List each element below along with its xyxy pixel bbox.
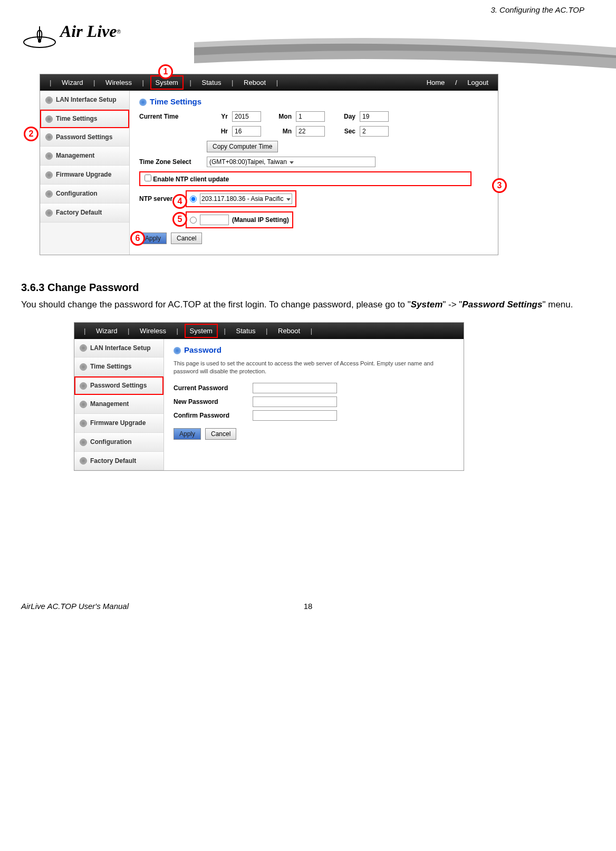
callout-2: 2 bbox=[24, 127, 38, 141]
content-title: Time Settings bbox=[139, 97, 488, 106]
sidebar-item-lan[interactable]: LAN Interface Setup bbox=[40, 91, 129, 110]
chevron-down-icon bbox=[290, 161, 294, 164]
input-hr[interactable] bbox=[232, 126, 261, 137]
sidebar-item-management[interactable]: Management bbox=[74, 395, 163, 414]
nav-wizard[interactable]: Wizard bbox=[57, 76, 87, 89]
sidebar-label: Management bbox=[90, 400, 129, 408]
nav-reboot[interactable]: Reboot bbox=[239, 76, 270, 89]
sidebar-label: LAN Interface Setup bbox=[90, 344, 151, 352]
cancel-button[interactable]: Cancel bbox=[205, 428, 236, 440]
nav-wireless[interactable]: Wireless bbox=[136, 325, 170, 337]
cancel-button[interactable]: Cancel bbox=[171, 233, 202, 244]
manual-ip-input[interactable] bbox=[200, 215, 229, 225]
navbar2: | Wizard | Wireless | System | Status | … bbox=[74, 323, 464, 339]
footer-manual: AirLive AC.TOP User's Manual bbox=[21, 602, 129, 611]
password-desc: This page is used to set the account to … bbox=[174, 360, 454, 376]
sidebar-item-config[interactable]: Configuration bbox=[74, 433, 163, 452]
input-yr[interactable] bbox=[232, 111, 261, 122]
label-confirm-pw: Confirm Password bbox=[174, 412, 253, 419]
body-text-a: You should change the password for AC.TO… bbox=[21, 299, 411, 310]
bullet-icon bbox=[45, 115, 53, 123]
ntp-radio-preset[interactable] bbox=[190, 196, 197, 202]
nav-wizard[interactable]: Wizard bbox=[92, 325, 121, 337]
sidebar-item-factory[interactable]: Factory Default bbox=[40, 204, 129, 223]
bullet-icon bbox=[80, 439, 87, 446]
sep: | bbox=[138, 76, 148, 89]
sidebar-item-time[interactable]: Time Settings bbox=[40, 110, 129, 128]
apply-button[interactable]: Apply bbox=[174, 428, 201, 440]
bullet-icon bbox=[45, 133, 53, 141]
input-new-pw[interactable] bbox=[253, 397, 337, 407]
sidebar-item-firmware[interactable]: Firmware Upgrade bbox=[74, 414, 163, 433]
sidebar-item-time[interactable]: Time Settings bbox=[74, 357, 163, 376]
screenshot1: | Wizard | Wireless | System | Status | … bbox=[40, 74, 498, 255]
title-icon bbox=[174, 347, 181, 354]
bullet-icon bbox=[45, 171, 53, 179]
sidebar-label: Password Settings bbox=[90, 382, 147, 389]
content-area2: Password This page is used to set the ac… bbox=[164, 339, 464, 471]
copy-time-button[interactable]: Copy Computer Time bbox=[207, 141, 278, 152]
logo-area: Air Live® bbox=[21, 21, 595, 69]
bullet-icon bbox=[80, 420, 87, 427]
label-current-time: Current Time bbox=[139, 113, 203, 120]
header-swoosh bbox=[194, 32, 616, 74]
tz-select[interactable]: (GMT+08:00)Taipei, Taiwan bbox=[207, 157, 376, 167]
screenshot1-wrap: | Wizard | Wireless | System | Status | … bbox=[40, 74, 595, 255]
title-text: Time Settings bbox=[150, 97, 201, 106]
input-current-pw[interactable] bbox=[253, 383, 337, 393]
sidebar-item-factory[interactable]: Factory Default bbox=[74, 452, 163, 471]
sidebar-label: Factory Default bbox=[56, 209, 102, 216]
input-day[interactable] bbox=[360, 111, 389, 122]
ntp-select[interactable]: 203.117.180.36 - Asia Pacific bbox=[200, 194, 292, 204]
ntp-radio-manual[interactable] bbox=[190, 217, 197, 224]
bullet-icon bbox=[80, 344, 87, 352]
nav-system[interactable]: System bbox=[185, 324, 218, 338]
content-area: Time Settings Current Time Yr Mon Day Hr bbox=[130, 91, 498, 255]
enable-ntp-checkbox[interactable] bbox=[145, 175, 151, 181]
sidebar-label: Password Settings bbox=[56, 133, 112, 141]
sidebar-label: LAN Interface Setup bbox=[56, 96, 117, 103]
logo-reg: ® bbox=[117, 29, 120, 35]
sidebar-item-password[interactable]: Password Settings bbox=[40, 128, 129, 147]
nav-reboot[interactable]: Reboot bbox=[274, 325, 304, 337]
label-day: Day bbox=[329, 113, 355, 120]
logo-brand: Air Live bbox=[60, 22, 117, 41]
sep: / bbox=[451, 76, 461, 89]
sep: | bbox=[80, 325, 90, 337]
nav-home[interactable]: Home bbox=[422, 76, 449, 89]
sidebar-item-password[interactable]: Password Settings bbox=[74, 376, 163, 395]
input-mon[interactable] bbox=[296, 111, 325, 122]
bullet-icon bbox=[80, 382, 87, 390]
sidebar-label: Time Settings bbox=[56, 115, 97, 122]
nav-wireless[interactable]: Wireless bbox=[101, 76, 136, 89]
input-sec[interactable] bbox=[360, 126, 389, 137]
sidebar-label: Time Settings bbox=[90, 363, 131, 370]
sidebar-label: Firmware Upgrade bbox=[90, 419, 146, 427]
footer: AirLive AC.TOP User's Manual 18 bbox=[21, 602, 595, 611]
footer-page: 18 bbox=[304, 602, 313, 611]
ntp-value: 203.117.180.36 - Asia Pacific bbox=[201, 195, 283, 202]
body-text-system: System bbox=[411, 299, 442, 310]
sidebar-label: Configuration bbox=[90, 438, 132, 446]
input-confirm-pw[interactable] bbox=[253, 410, 337, 421]
sidebar-item-management[interactable]: Management bbox=[40, 147, 129, 166]
label-tz: Time Zone Select bbox=[139, 158, 203, 166]
sidebar-item-firmware[interactable]: Firmware Upgrade bbox=[40, 166, 129, 185]
sidebar-label: Firmware Upgrade bbox=[56, 171, 111, 178]
sidebar-label: Configuration bbox=[56, 190, 98, 197]
sep: | bbox=[220, 325, 230, 337]
callout-5: 5 bbox=[172, 212, 187, 227]
enable-ntp-label: Enable NTP client update bbox=[153, 176, 229, 183]
nav-status[interactable]: Status bbox=[198, 76, 226, 89]
nav-logout[interactable]: Logout bbox=[463, 76, 493, 89]
sidebar-item-lan[interactable]: LAN Interface Setup bbox=[74, 339, 163, 358]
label-hr: Hr bbox=[207, 128, 228, 135]
nav-status[interactable]: Status bbox=[232, 325, 260, 337]
label-new-pw: New Password bbox=[174, 398, 253, 405]
input-mn[interactable] bbox=[296, 126, 325, 137]
bullet-icon bbox=[45, 96, 53, 104]
callout-4: 4 bbox=[172, 194, 187, 209]
content-title2: Password bbox=[174, 345, 454, 354]
sidebar-item-config[interactable]: Configuration bbox=[40, 185, 129, 204]
body-text-e: " menu. bbox=[542, 299, 573, 310]
